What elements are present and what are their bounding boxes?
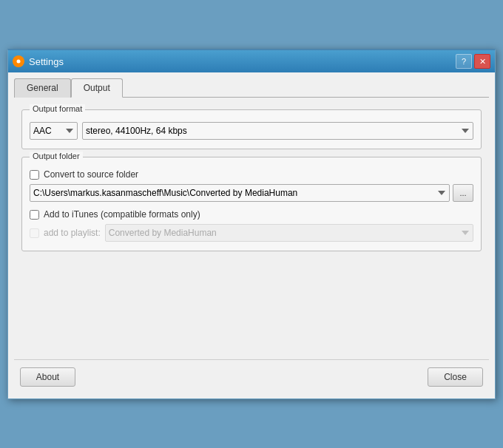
output-folder-section: Output folder Convert to source folder C… xyxy=(21,157,482,251)
close-button[interactable]: Close xyxy=(428,367,483,387)
add-to-itunes-label: Add to iTunes (compatible formats only) xyxy=(44,209,200,220)
window-title: Settings xyxy=(29,56,64,67)
add-to-itunes-row: Add to iTunes (compatible formats only) xyxy=(30,209,473,220)
output-format-label: Output format xyxy=(30,104,85,113)
convert-to-source-checkbox[interactable] xyxy=(30,170,39,180)
playlist-select: Converted by MediaHuman xyxy=(105,224,473,242)
settings-window: Settings ? ✕ General Output Output forma… xyxy=(7,49,496,399)
title-bar: Settings ? ✕ xyxy=(8,50,495,72)
title-buttons: ? ✕ xyxy=(456,54,490,69)
tabs-bar: General Output xyxy=(14,78,489,98)
about-button[interactable]: About xyxy=(20,367,75,387)
title-bar-left: Settings xyxy=(13,55,64,67)
output-folder-label: Output folder xyxy=(30,152,83,160)
window-close-button[interactable]: ✕ xyxy=(474,54,490,69)
playlist-label: add to playlist: xyxy=(44,228,101,238)
playlist-row: add to playlist: Converted by MediaHuman xyxy=(30,224,473,242)
folder-path-row: C:\Users\markus.kasanmascheff\Music\Conv… xyxy=(30,184,473,202)
tab-general[interactable]: General xyxy=(14,78,71,98)
help-button[interactable]: ? xyxy=(456,54,472,69)
convert-to-source-label: Convert to source folder xyxy=(44,169,138,180)
quality-select[interactable]: stereo, 44100Hz, 64 kbps stereo, 44100Hz… xyxy=(82,122,473,140)
tab-output[interactable]: Output xyxy=(71,78,123,98)
format-select[interactable]: AAC MP3 OGG FLAC WAV xyxy=(30,122,78,140)
output-format-section: Output format AAC MP3 OGG FLAC WAV stere… xyxy=(21,109,482,149)
folder-path-select[interactable]: C:\Users\markus.kasanmascheff\Music\Conv… xyxy=(30,184,450,202)
bottom-bar: About Close xyxy=(14,359,489,393)
window-content: General Output Output format AAC MP3 OGG… xyxy=(8,72,495,398)
main-content: Output format AAC MP3 OGG FLAC WAV stere… xyxy=(14,105,489,263)
playlist-checkbox xyxy=(30,228,39,238)
browse-button[interactable]: ... xyxy=(453,184,473,202)
app-icon xyxy=(13,55,24,67)
convert-to-source-row: Convert to source folder xyxy=(30,169,473,180)
svg-point-1 xyxy=(17,60,21,64)
format-row: AAC MP3 OGG FLAC WAV stereo, 44100Hz, 64… xyxy=(30,122,473,140)
add-to-itunes-checkbox[interactable] xyxy=(30,210,39,220)
